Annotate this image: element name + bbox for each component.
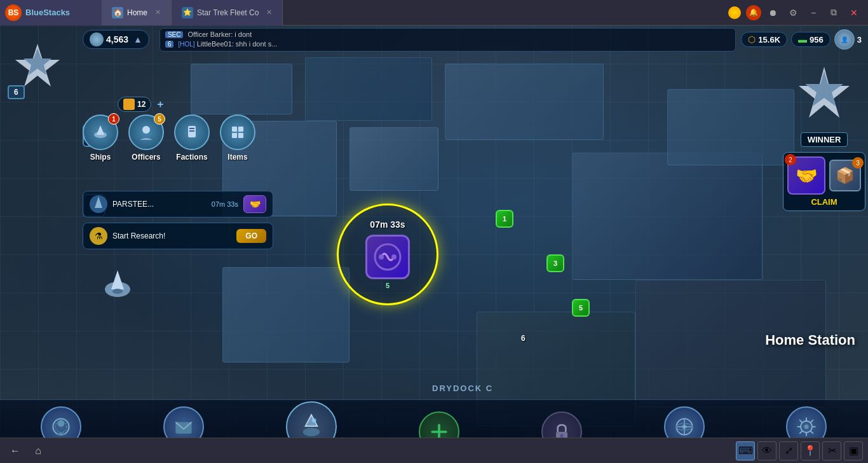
svg-point-2 xyxy=(112,289,123,294)
alliance-mission[interactable]: PARSTEE... 07m 33s 🤝 xyxy=(83,191,273,218)
currency-add-btn[interactable]: ＋ xyxy=(155,98,165,111)
claim-row: 2 🤝 3 📦 xyxy=(787,156,861,195)
player-level-badge: 6 xyxy=(8,85,25,99)
taskbar-grid-icon[interactable]: ▣ xyxy=(844,441,863,460)
tab-startrek-label: Star Trek Fleet Co xyxy=(197,8,259,17)
drydock-label: DRYDOCK C xyxy=(432,384,493,393)
officers-shortcut[interactable]: 5 Officers xyxy=(128,114,164,162)
claim-badge-2: 2 🤝 xyxy=(787,156,825,195)
resource1-icon: ⬡ xyxy=(748,34,756,45)
chat-line-1: SEC Officer Barker: i dont xyxy=(165,30,730,39)
parsteel-value: 4,563 xyxy=(106,34,128,45)
svg-point-17 xyxy=(379,254,384,259)
factions-shortcut[interactable]: Factions xyxy=(174,114,210,162)
chat-badge-sec: SEC xyxy=(165,31,184,38)
taskbar-scissors-icon[interactable]: ✂ xyxy=(822,441,841,460)
resource-bar-2: ▬ 956 xyxy=(791,32,831,47)
items-icon xyxy=(220,114,255,150)
titlebar: BS BlueStacks 🏠 Home ✕ ⭐ Star Trek Fleet… xyxy=(0,0,868,25)
chat-box[interactable]: SEC Officer Barker: i dont 6 [HOL] Littl… xyxy=(159,28,736,52)
officers-badge: 5 xyxy=(154,113,165,125)
close-tab-icon[interactable]: ✕ xyxy=(155,8,161,17)
notification-bell[interactable]: 🔔 xyxy=(746,5,761,20)
tab-startrek[interactable]: ⭐ Star Trek Fleet Co ✕ xyxy=(172,0,283,25)
svg-line-44 xyxy=(800,420,803,423)
claim-panel[interactable]: 2 🤝 3 📦 CLAIM xyxy=(783,152,865,211)
building-far-right xyxy=(667,89,794,165)
chat-line-2: 6 [HOL] LittleBee01: shh i dont s... xyxy=(165,39,730,49)
factions-icon xyxy=(174,114,210,150)
currency-bar: 12 ＋ xyxy=(118,97,165,112)
ships-badge: 1 xyxy=(108,113,119,125)
tab-bar: 🏠 Home ✕ ⭐ Star Trek Fleet Co ✕ xyxy=(102,0,283,25)
top-hud: 4,563 ▲ SEC Officer Barker: i dont 6 [HO… xyxy=(83,28,862,52)
svg-line-46 xyxy=(811,420,814,423)
svg-rect-13 xyxy=(232,133,237,138)
mission-panel: PARSTEE... 07m 33s 🤝 ⚗ Start Research! G… xyxy=(83,191,273,249)
map-node-6: 6 xyxy=(521,334,526,343)
center-building-highlight[interactable]: 07m 33s 5 xyxy=(337,204,438,305)
parsteel-icon xyxy=(90,32,104,46)
taskbar-pin-icon[interactable]: 📍 xyxy=(801,441,820,460)
currency-value: 12 xyxy=(137,100,146,109)
svg-line-45 xyxy=(811,431,814,434)
research-mission[interactable]: ⚗ Start Research! GO xyxy=(83,223,273,249)
close-btn[interactable]: ✕ xyxy=(845,4,863,22)
svg-line-47 xyxy=(800,431,803,434)
startrek-tab-icon: ⭐ xyxy=(182,7,193,18)
center-level: 5 xyxy=(386,282,390,289)
taskbar: ← ⌂ ⌨ 👁 ⤢ 📍 ✂ ▣ xyxy=(0,438,868,463)
resource-bar-1: ⬡ 15.6K xyxy=(741,32,787,47)
ships-shortcut[interactable]: 1 Ships xyxy=(83,114,118,162)
chat-text-2: LittleBee01: shh i dont s... xyxy=(197,40,278,48)
mission-label: PARSTEE... xyxy=(112,200,207,209)
items-shortcut[interactable]: Items xyxy=(220,114,255,162)
svg-rect-14 xyxy=(238,133,243,138)
alliance-center-icon xyxy=(365,235,410,279)
settings-btn[interactable]: ⚙ xyxy=(784,4,802,22)
map-node-1[interactable]: 1 xyxy=(496,210,513,228)
parsteel-expand-icon[interactable]: ▲ xyxy=(133,34,142,45)
taskbar-back-btn[interactable]: ← xyxy=(5,441,25,461)
taskbar-keyboard-icon[interactable]: ⌨ xyxy=(736,441,755,460)
taskbar-resize-icon[interactable]: ⤢ xyxy=(779,441,798,460)
research-go-btn[interactable]: GO xyxy=(236,229,266,243)
taskbar-home-btn[interactable]: ⌂ xyxy=(28,441,48,461)
map-node-5[interactable]: 5 xyxy=(572,299,590,317)
building-top-left xyxy=(191,64,292,114)
building-center xyxy=(349,127,438,191)
tab-home[interactable]: 🏠 Home ✕ xyxy=(102,0,172,25)
record-btn[interactable]: ⏺ xyxy=(764,4,782,22)
parsteel-resource: 4,563 ▲ xyxy=(83,30,149,49)
building-top-center xyxy=(305,57,432,121)
home-tab-icon: 🏠 xyxy=(112,7,123,18)
window-controls: 🔔 ⏺ ⚙ − ⧉ ✕ xyxy=(728,4,868,22)
game-logo: 6 xyxy=(3,28,72,104)
map-node-3[interactable]: 3 xyxy=(546,254,564,272)
claim-label[interactable]: CLAIM xyxy=(811,197,837,207)
highlight-circle: 07m 33s 5 xyxy=(337,204,438,305)
coin-icon xyxy=(728,6,741,19)
taskbar-eye-icon[interactable]: 👁 xyxy=(757,441,776,460)
svg-rect-12 xyxy=(238,127,243,132)
badge-2-icon: 2 xyxy=(785,154,796,165)
svg-point-32 xyxy=(560,434,563,437)
hud-right: ⬡ 15.6K ▬ 956 👤 3 xyxy=(741,29,862,50)
shortcut-bar: 1 Ships 5 Officers xyxy=(83,114,255,162)
avatar[interactable]: 👤 xyxy=(834,29,855,50)
winner-logo xyxy=(792,64,856,127)
close-startrek-tab-icon[interactable]: ✕ xyxy=(266,8,272,17)
alliance-btn[interactable]: 🤝 xyxy=(243,195,266,213)
minimize-btn[interactable]: − xyxy=(804,4,822,22)
resource2-icon: ▬ xyxy=(798,34,807,45)
svg-rect-10 xyxy=(189,130,194,132)
app-name: BlueStacks xyxy=(25,8,70,17)
building-right-large xyxy=(572,153,763,280)
tab-home-label: Home xyxy=(127,8,147,17)
game-viewport: 4,563 ▲ SEC Officer Barker: i dont 6 [HO… xyxy=(0,25,868,463)
chat-text-1: Officer Barker: i dont xyxy=(188,31,252,38)
spaceship[interactable] xyxy=(98,267,137,305)
svg-point-25 xyxy=(303,427,320,436)
items-label: Items xyxy=(227,153,247,162)
restore-btn[interactable]: ⧉ xyxy=(825,4,843,22)
